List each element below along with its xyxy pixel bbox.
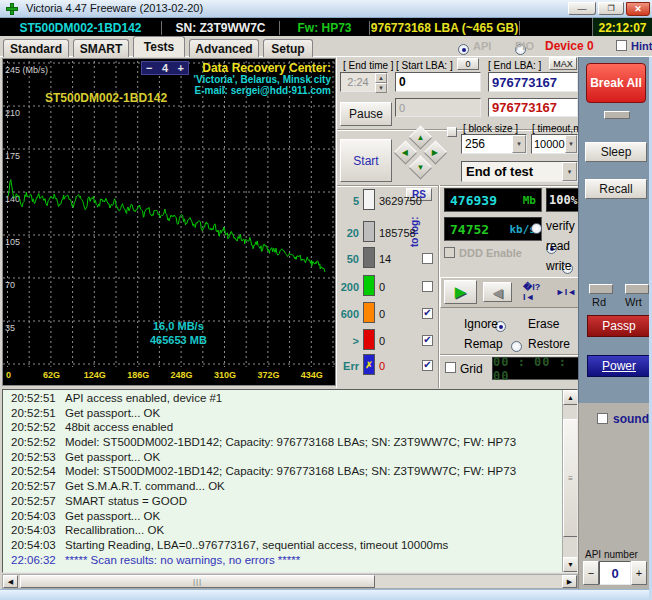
histogram-bin-value: 3629750 <box>379 195 422 207</box>
break-all-button[interactable]: Break All <box>586 63 646 103</box>
drive-model[interactable]: ST500DM002-1BD142 <box>0 21 162 35</box>
window-bottom-frame <box>0 589 652 600</box>
rd-label: Rd <box>592 296 606 308</box>
end-time-down-arrow[interactable]: ▾ <box>375 83 387 93</box>
power-button[interactable]: Power <box>587 355 651 377</box>
axis-tick-label: 210 <box>5 108 20 118</box>
elapsed-timer-value: 00 : 00 : 00 <box>493 355 578 383</box>
error-histogram: 5362975020185758501420006000>0Err✗0 <box>337 187 438 388</box>
ddd-enable-checkbox[interactable] <box>444 247 455 258</box>
tab-setup[interactable]: Setup <box>263 39 313 57</box>
start-button[interactable]: Start <box>340 139 392 182</box>
tab-standard[interactable]: Standard <box>3 39 69 57</box>
scroll-left-button[interactable]: ◀ <box>3 575 18 588</box>
percent-unit: % <box>571 194 578 207</box>
log-lines: 20:52:51API access enabled, device #120:… <box>3 392 561 568</box>
current-lba-value: 0 <box>399 102 405 114</box>
end-action-dropdown-icon[interactable]: ▾ <box>562 162 577 181</box>
current-speed-overlay: 16,0 MB/s <box>153 320 204 332</box>
minimize-button[interactable]: — <box>568 2 596 15</box>
histogram-bin-value: 14 <box>379 253 391 265</box>
v-scroll-thumb[interactable]: ≡ <box>563 419 578 537</box>
verify-radio[interactable] <box>531 223 542 234</box>
max-button[interactable]: MAX <box>549 57 577 70</box>
end-time-label: [ End time ] <box>343 60 394 71</box>
scroll-right-button[interactable]: ▶ <box>562 575 577 588</box>
zoom-minus-button[interactable]: − <box>146 62 152 74</box>
graph-zoom-control[interactable]: − 4 + <box>141 61 189 75</box>
axis-tick-label: 372G <box>257 370 279 380</box>
log-message: Model: ST500DM002-1BD142; Capacity: 9767… <box>65 436 516 451</box>
block-size-dropdown-icon[interactable]: ▾ <box>512 135 526 153</box>
sound-checkbox[interactable] <box>597 413 608 424</box>
hints-checkbox[interactable] <box>616 40 627 51</box>
zoom-plus-button[interactable]: + <box>178 62 184 74</box>
log-message: 48bit access enabled <box>65 421 173 436</box>
banner-city: 'Victoria', Belarus, Minsk city <box>194 74 331 85</box>
end-action-combo[interactable]: End of test ▾ <box>461 161 578 182</box>
api-radio[interactable] <box>458 44 469 55</box>
timeout-combo[interactable]: 10000 ▾ <box>531 134 578 154</box>
axis-tick-label: 35 <box>5 323 15 333</box>
start-lba-zero-button[interactable]: 0 <box>457 58 479 70</box>
scroll-down-button[interactable]: ▼ <box>563 557 578 572</box>
axis-tick-label: 62G <box>43 370 60 380</box>
block-size-combo[interactable]: 256 ▾ <box>461 134 527 154</box>
pause-button[interactable]: Pause <box>340 102 392 126</box>
tab-bar: StandardSMARTTestsAdvancedSetup API PIO … <box>0 36 652 57</box>
end-lba-result-field: 976773167 <box>488 98 578 117</box>
api-number-value-field: 0 <box>599 561 631 585</box>
api-number-spinner[interactable]: − 0 + <box>583 561 647 585</box>
log-vertical-scrollbar[interactable]: ▲ ≡ ▼ <box>562 390 577 572</box>
log-message: Starting Reading, LBA=0..976773167, sequ… <box>65 539 448 554</box>
api-radio-label: API <box>473 40 491 52</box>
reverse-button[interactable]: ◀ <box>483 282 512 302</box>
histogram-log-checkbox[interactable] <box>422 335 433 346</box>
remap-radio-label: Remap <box>464 337 503 351</box>
sleep-button[interactable]: Sleep <box>585 142 647 162</box>
histogram-log-checkbox[interactable] <box>422 360 433 371</box>
seek-end-button[interactable]: ►I◄ <box>555 284 577 300</box>
app-icon <box>6 3 18 15</box>
histogram-log-checkbox[interactable] <box>422 253 433 264</box>
close-button[interactable]: ✕ <box>626 2 650 16</box>
tab-advanced[interactable]: Advanced <box>189 39 259 57</box>
recall-button[interactable]: Recall <box>585 179 647 199</box>
histogram-log-checkbox[interactable] <box>422 308 433 319</box>
timeout-dropdown-icon[interactable]: ▾ <box>565 135 577 153</box>
sound-label: sound <box>613 412 649 426</box>
nav-option-box[interactable] <box>447 127 457 137</box>
histogram-bin-label: 600 <box>337 308 359 320</box>
histogram-log-checkbox[interactable] <box>422 281 433 292</box>
end-time-up-arrow[interactable]: ▴ <box>375 73 387 83</box>
restore-button[interactable]: ❐ <box>598 2 624 15</box>
log-row: 20:54:03Starting Reading, LBA=0..9767731… <box>3 539 561 554</box>
end-lba-result-value: 976773167 <box>492 100 557 115</box>
histogram-bin-block <box>363 302 375 323</box>
tab-tests[interactable]: Tests <box>133 36 185 57</box>
tab-smart[interactable]: SMART <box>73 39 129 57</box>
scroll-up-button[interactable]: ▲ <box>563 390 578 405</box>
play-button[interactable]: ▶ <box>444 280 477 304</box>
nav-down-button[interactable]: ▼ <box>408 155 432 179</box>
h-scroll-thumb[interactable]: ||| <box>20 575 375 588</box>
grid-checkbox[interactable] <box>445 362 456 373</box>
histogram-bin-value: 0 <box>379 335 385 347</box>
end-lba-input[interactable]: 976773167 <box>488 72 578 92</box>
seek-question-button[interactable]: �I?I◄ <box>523 284 549 300</box>
log-horizontal-scrollbar[interactable]: ◀ ||| ▶ <box>2 574 578 589</box>
remap-radio[interactable] <box>511 341 522 352</box>
api-number-minus-button[interactable]: − <box>583 561 599 585</box>
api-number-plus-button[interactable]: + <box>631 561 647 585</box>
log-timestamp: 20:54:03 <box>3 524 65 539</box>
side-button-panel: Break All Sleep Recall Rd Wrt Passp Powe… <box>578 57 649 403</box>
verify-radio-label: verify <box>546 219 575 233</box>
timeout-value: 10000 <box>532 138 565 150</box>
log-row: 20:52:51API access enabled, device #1 <box>3 392 561 407</box>
start-lba-input[interactable]: 0 <box>395 72 481 92</box>
nav-right-button[interactable]: ▶ <box>423 140 447 164</box>
plus-icon: + <box>636 567 642 579</box>
end-time-spinner[interactable]: 2:24 ▴ ▾ <box>340 72 388 92</box>
passp-button[interactable]: Passp <box>587 315 651 337</box>
histogram-bin-block: ✗ <box>363 354 375 375</box>
